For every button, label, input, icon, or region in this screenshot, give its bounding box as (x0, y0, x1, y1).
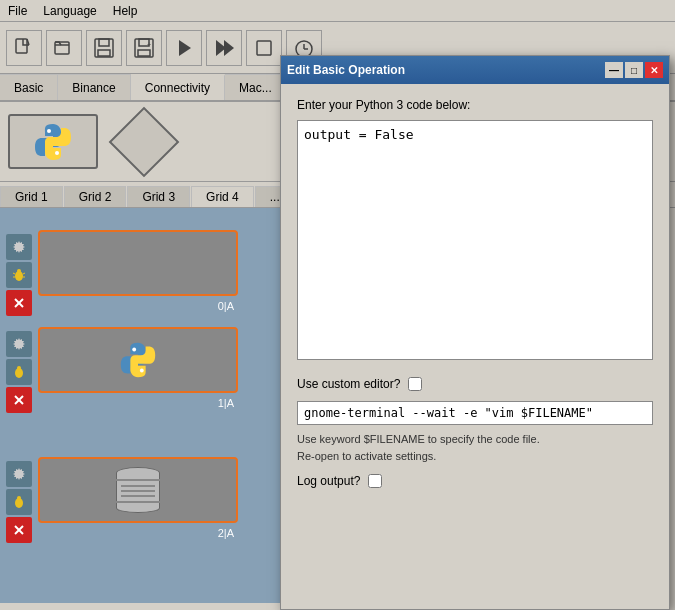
svg-point-21 (17, 269, 21, 273)
python-logo-icon (30, 119, 76, 165)
svg-line-22 (13, 273, 15, 274)
hint-text: Use keyword $FILENAME to specify the cod… (297, 431, 653, 464)
svg-point-18 (55, 151, 59, 155)
grid-tab-3[interactable]: Grid 3 (127, 186, 190, 207)
dialog-titlebar: Edit Basic Operation — □ ✕ (281, 56, 669, 84)
tab-mac[interactable]: Mac... (225, 74, 287, 100)
bug-icon (12, 365, 26, 379)
close-icon (13, 394, 25, 406)
node-0-delete-button[interactable] (6, 290, 32, 316)
open-button[interactable] (46, 30, 82, 66)
maximize-button[interactable]: □ (625, 62, 643, 78)
node-1-delete-button[interactable] (6, 387, 32, 413)
bug-icon (12, 495, 26, 509)
main-window: File Language Help (0, 0, 675, 610)
log-label: Log output? (297, 474, 360, 488)
dialog-controls: — □ ✕ (605, 62, 663, 78)
close-button[interactable]: ✕ (645, 62, 663, 78)
palette-python[interactable] (8, 114, 98, 169)
custom-editor-input[interactable] (297, 401, 653, 425)
svg-rect-2 (55, 42, 69, 54)
minimize-button[interactable]: — (605, 62, 623, 78)
node-1-label: 1|A (218, 397, 234, 409)
hint-line-2: Re-open to activate settings. (297, 448, 653, 465)
node-row-1: 1|A (0, 323, 270, 403)
menu-help[interactable]: Help (111, 4, 140, 18)
log-checkbox[interactable] (368, 474, 382, 488)
node-row-2: 2|A (0, 453, 270, 533)
svg-rect-0 (16, 39, 27, 53)
svg-text:+: + (147, 41, 151, 48)
menu-language[interactable]: Language (41, 4, 98, 18)
run-button[interactable] (166, 30, 202, 66)
palette-diamond[interactable] (114, 112, 174, 172)
hint-line-1: Use keyword $FILENAME to specify the cod… (297, 431, 653, 448)
tab-connectivity[interactable]: Connectivity (131, 74, 225, 100)
svg-rect-8 (138, 50, 150, 56)
svg-point-34 (140, 369, 144, 373)
node-row-0: 0|A (0, 226, 270, 306)
node-2-debug-button[interactable] (6, 489, 32, 515)
gear-icon (12, 467, 26, 481)
node-1-debug-button[interactable] (6, 359, 32, 385)
node-0-label: 0|A (218, 300, 234, 312)
svg-point-33 (132, 348, 136, 352)
grid-tab-1[interactable]: Grid 1 (0, 186, 63, 207)
node-2-gear-button[interactable] (6, 461, 32, 487)
tab-basic[interactable]: Basic (0, 74, 58, 100)
node-0-gear-button[interactable] (6, 234, 32, 260)
python-node-icon (116, 338, 160, 382)
stop-button[interactable] (246, 30, 282, 66)
grid-tab-2[interactable]: Grid 2 (64, 186, 127, 207)
gear-icon (12, 240, 26, 254)
gear-icon (12, 337, 26, 351)
tab-binance[interactable]: Binance (58, 74, 130, 100)
node-0-debug-button[interactable] (6, 262, 32, 288)
bug-icon (12, 268, 26, 282)
dialog-body: Enter your Python 3 code below: Use cust… (281, 84, 669, 502)
save-as-button[interactable]: + (126, 30, 162, 66)
svg-marker-12 (224, 40, 234, 56)
svg-rect-13 (257, 41, 271, 55)
code-editor[interactable] (297, 120, 653, 360)
node-2-delete-button[interactable] (6, 517, 32, 543)
node-1-controls (6, 331, 32, 413)
run-all-button[interactable] (206, 30, 242, 66)
node-1-box[interactable]: 1|A (38, 327, 238, 393)
menu-file[interactable]: File (6, 4, 29, 18)
dialog-title: Edit Basic Operation (287, 63, 405, 77)
custom-editor-checkbox[interactable] (408, 377, 422, 391)
grid-canvas: 0|A (0, 208, 280, 603)
custom-editor-row: Use custom editor? (297, 377, 653, 391)
node-2-label: 2|A (218, 527, 234, 539)
menu-bar: File Language Help (0, 0, 675, 22)
node-2-controls (6, 461, 32, 543)
svg-rect-5 (98, 50, 110, 56)
grid-tab-4[interactable]: Grid 4 (191, 186, 254, 207)
node-2-box[interactable]: 2|A (38, 457, 238, 523)
database-icon (116, 467, 160, 513)
edit-dialog: Edit Basic Operation — □ ✕ Enter your Py… (280, 55, 670, 610)
node-0-box[interactable]: 0|A (38, 230, 238, 296)
dialog-prompt: Enter your Python 3 code below: (297, 98, 653, 112)
log-row: Log output? (297, 474, 653, 488)
close-icon (13, 524, 25, 536)
close-icon (13, 297, 25, 309)
node-1-gear-button[interactable] (6, 331, 32, 357)
svg-point-17 (47, 129, 51, 133)
save-button[interactable] (86, 30, 122, 66)
svg-point-30 (17, 366, 21, 370)
new-button[interactable] (6, 30, 42, 66)
svg-marker-10 (179, 40, 191, 56)
svg-line-23 (23, 273, 25, 274)
svg-rect-4 (99, 39, 109, 46)
custom-editor-label: Use custom editor? (297, 377, 400, 391)
svg-point-37 (17, 496, 21, 500)
node-0-controls (6, 234, 32, 316)
